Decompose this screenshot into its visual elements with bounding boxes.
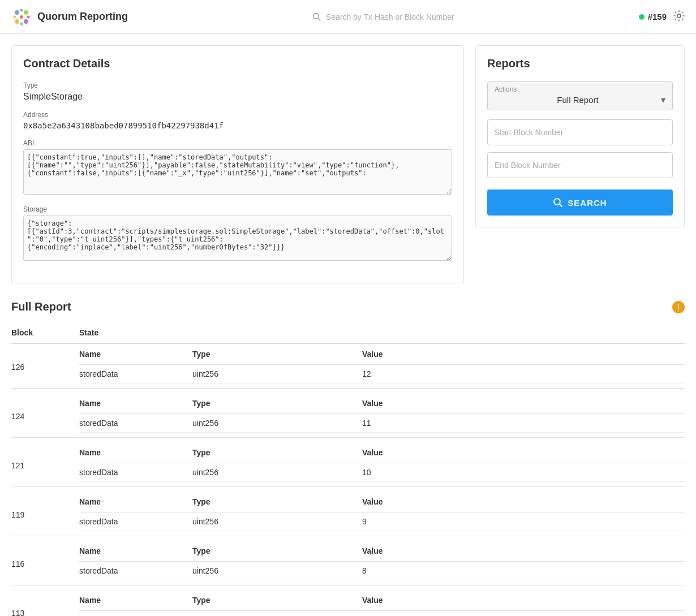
search-placeholder: Search by Tx Hash or Block Number <box>326 12 454 21</box>
contract-details-title: Contract Details <box>23 57 452 70</box>
state-entry-value: 12 <box>362 365 685 384</box>
state-col-type: Type <box>192 393 362 414</box>
report-table-header-row: Block State <box>11 322 685 343</box>
separator-row <box>11 433 685 442</box>
separator-row <box>11 384 685 393</box>
reports-panel: Reports Actions Full Report ▾ SEARCH <box>475 45 685 227</box>
type-value: SimpleStorage <box>23 92 452 102</box>
full-report-title: Full Report <box>11 300 71 313</box>
state-col-type: Type <box>192 541 362 562</box>
svg-point-0 <box>15 10 19 15</box>
search-btn-icon <box>553 197 563 208</box>
col-block-header: Block <box>11 322 79 343</box>
full-report-section: Full Report i Block State 126NameTypeVal… <box>0 295 696 616</box>
state-entry-name: storedData <box>79 365 192 384</box>
state-entry-row: storedDatauint2567 <box>79 611 685 617</box>
state-col-value: Value <box>362 393 685 414</box>
state-entry-type: uint256 <box>192 414 362 433</box>
state-entry-value: 11 <box>362 414 685 433</box>
separator-row <box>11 580 685 590</box>
report-type-dropdown[interactable]: Actions Full Report ▾ <box>487 81 673 110</box>
state-cell: NameTypeValuestoredDatauint25611 <box>79 393 685 433</box>
block-number-cell: 124 <box>11 393 79 433</box>
state-table-header-row: NameTypeValue <box>79 541 685 562</box>
svg-point-4 <box>20 15 23 19</box>
state-entry-row: storedDatauint2569 <box>79 512 685 531</box>
svg-line-10 <box>318 18 320 20</box>
block-number-cell: 126 <box>11 343 79 384</box>
svg-point-5 <box>20 8 23 11</box>
state-entry-value: 9 <box>362 512 685 531</box>
svg-line-13 <box>560 204 562 207</box>
svg-point-2 <box>15 19 19 24</box>
state-col-name: Name <box>79 442 192 463</box>
state-entry-type: uint256 <box>192 463 362 482</box>
state-entry-type: uint256 <box>192 512 362 531</box>
state-entry-type: uint256 <box>192 365 362 384</box>
state-entry-row: storedDatauint25611 <box>79 414 685 433</box>
state-table-header-row: NameTypeValue <box>79 442 685 463</box>
svg-point-7 <box>14 15 16 18</box>
start-block-input[interactable] <box>487 119 673 145</box>
state-entry-name: storedData <box>79 562 192 580</box>
state-col-value: Value <box>362 442 685 463</box>
state-table-header-row: NameTypeValue <box>79 393 685 414</box>
block-number-cell: 121 <box>11 442 79 482</box>
report-table: Block State 126NameTypeValuestoredDataui… <box>11 322 685 616</box>
svg-point-11 <box>677 14 681 18</box>
state-cell: NameTypeValuestoredDatauint2568 <box>79 541 685 580</box>
abi-label: ABI <box>23 139 452 147</box>
state-table: NameTypeValuestoredDatauint2568 <box>79 541 685 580</box>
logo-icon <box>11 7 32 27</box>
search-icon <box>312 12 321 21</box>
state-table-header-row: NameTypeValue <box>79 590 685 611</box>
state-entry-name: storedData <box>79 611 192 617</box>
separator-row <box>11 531 685 541</box>
state-entry-name: storedData <box>79 463 192 482</box>
block-number-cell: 113 <box>11 590 79 616</box>
state-col-type: Type <box>192 344 362 365</box>
state-col-type: Type <box>192 590 362 611</box>
storage-textarea[interactable] <box>23 216 452 261</box>
search-area[interactable]: Search by Tx Hash or Block Number <box>128 12 639 21</box>
svg-point-1 <box>24 10 28 15</box>
state-entry-name: storedData <box>79 512 192 531</box>
dropdown-actions-label: Actions <box>495 85 665 93</box>
state-entry-row: storedDatauint2568 <box>79 562 685 580</box>
state-entry-value: 7 <box>362 611 685 617</box>
state-table-header-row: NameTypeValue <box>79 492 685 512</box>
state-col-name: Name <box>79 393 192 414</box>
block-number: #159 <box>648 12 667 21</box>
state-entry-value: 10 <box>362 463 685 482</box>
header-right: #159 <box>639 10 685 23</box>
separator-row <box>11 482 685 492</box>
contract-details-panel: Contract Details Type SimpleStorage Addr… <box>11 45 464 283</box>
settings-icon[interactable] <box>673 10 685 23</box>
state-cell: NameTypeValuestoredDatauint25612 <box>79 343 685 384</box>
block-number-cell: 116 <box>11 541 79 580</box>
table-row: 113NameTypeValuestoredDatauint2567 <box>11 590 685 616</box>
state-entry-row: storedDatauint25612 <box>79 365 685 384</box>
state-table: NameTypeValuestoredDatauint2569 <box>79 492 685 531</box>
svg-point-6 <box>20 22 23 25</box>
storage-label: Storage <box>23 205 452 213</box>
end-block-input[interactable] <box>487 152 673 178</box>
reports-title: Reports <box>487 57 673 70</box>
abi-textarea[interactable] <box>23 149 452 195</box>
state-entry-type: uint256 <box>192 611 362 617</box>
state-col-value: Value <box>362 344 685 365</box>
address-label: Address <box>23 111 452 119</box>
table-row: 126NameTypeValuestoredDatauint25612 <box>11 343 685 384</box>
search-button[interactable]: SEARCH <box>487 189 673 216</box>
col-state-header: State <box>79 322 685 343</box>
address-value: 0x8a5e2a6343108babed07899510fb42297938d4… <box>23 121 452 130</box>
info-icon[interactable]: i <box>672 301 685 313</box>
state-col-type: Type <box>192 492 362 512</box>
state-cell: NameTypeValuestoredDatauint2567 <box>79 590 685 616</box>
state-col-type: Type <box>192 442 362 463</box>
state-cell: NameTypeValuestoredDatauint2569 <box>79 492 685 531</box>
state-cell: NameTypeValuestoredDatauint25610 <box>79 442 685 482</box>
state-col-name: Name <box>79 344 192 365</box>
svg-point-8 <box>27 15 30 18</box>
app-logo: Quorum Reporting <box>11 7 128 27</box>
